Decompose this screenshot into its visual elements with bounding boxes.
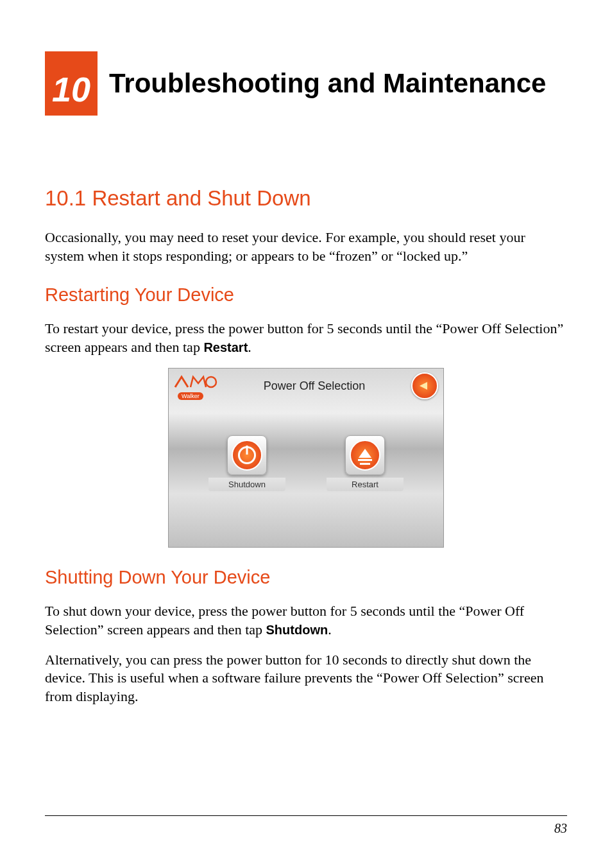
restart-text-before: To restart your device, press the power … [45,320,563,355]
restart-instruction: To restart your device, press the power … [45,320,567,356]
mio-logo-icon [174,372,220,391]
back-button[interactable] [411,372,438,399]
page-number: 83 [45,821,567,836]
chapter-header: 10 Troubleshooting and Maintenance [45,51,567,116]
restart-bold: Restart [203,340,248,354]
back-arrow-icon [420,382,427,390]
restart-icon [350,440,380,471]
section-heading: 10.1 Restart and Shut Down [45,186,567,211]
section-intro-text: Occasionally, you may need to reset your… [45,229,567,265]
mio-logo: Walker [174,372,220,400]
chapter-number-badge: 10 [45,51,98,116]
restart-text-after: . [248,339,251,355]
restart-heading: Restarting Your Device [45,284,567,306]
restart-label: Restart [327,478,404,491]
page-footer: 83 [45,815,567,836]
chapter-title: Troubleshooting and Maintenance [109,68,567,99]
shutdown-heading: Shutting Down Your Device [45,567,567,588]
shutdown-instruction-1: To shut down your device, press the powe… [45,602,567,639]
footer-divider [45,815,567,816]
device-screenshot: Walker Power Off Selection Shutdown [168,368,444,548]
restart-button-group: Restart [327,435,404,491]
shutdown-icon [232,440,262,471]
shutdown-button-group: Shutdown [208,435,285,491]
shutdown-p1-bold: Shutdown [266,623,328,637]
device-buttons-row: Shutdown Restart [169,435,443,491]
shutdown-instruction-2: Alternatively, you can press the power b… [45,651,567,706]
svg-point-0 [206,377,216,387]
power-off-title: Power Off Selection [264,379,366,393]
shutdown-button[interactable] [227,435,267,475]
shutdown-p1-after: . [328,621,332,638]
shutdown-label: Shutdown [208,478,285,491]
device-topbar: Walker Power Off Selection [169,369,443,403]
mio-walker-badge: Walker [178,392,203,400]
restart-button[interactable] [345,435,385,475]
